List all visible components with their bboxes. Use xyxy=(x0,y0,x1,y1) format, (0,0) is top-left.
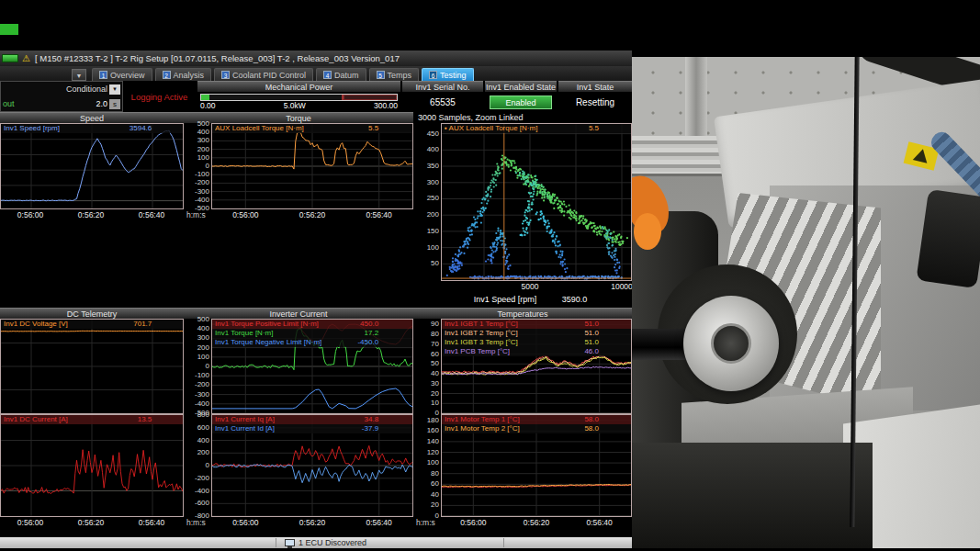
dc_v-legend[interactable]: Inv1 DC Voltage [V]701.7 xyxy=(1,320,183,329)
tab-coolant-pid-control[interactable]: 3Coolant PID Control xyxy=(214,68,313,81)
inv1-enabled-button[interactable]: Enabled xyxy=(490,96,551,109)
torque-legend[interactable]: AUX Loadcell Torque [N·m]5.5 xyxy=(212,124,412,133)
panel-temperatures: Temperatures 9080706050403020100Inv1 IGB… xyxy=(413,308,632,537)
tab-overview[interactable]: 1Overview xyxy=(92,68,152,81)
scatter-x-label-row: Inv1 Speed [rpm] 3590.0 xyxy=(413,294,632,308)
gauge-mid: 5.0kW xyxy=(284,101,306,110)
panel-speed-title: Speed xyxy=(0,112,184,123)
inv1-state-column: Inv1 State Resetting xyxy=(558,81,632,112)
photo-orange-glove xyxy=(634,213,661,250)
conditional-widget: Conditional ▼ out 2.0 s xyxy=(0,81,123,112)
inv1-enabled-label: Inv1 Enabled State xyxy=(485,81,557,92)
panel-inverter-current: Inverter Current 5004003002001000-100-20… xyxy=(184,308,413,537)
dc-current-chart[interactable]: Inv1 DC Current [A]13.5 xyxy=(0,414,184,517)
inv_t-legend[interactable]: Inv1 Torque Positive Limit [N·m]450.0Inv… xyxy=(212,320,412,347)
panel-scatter: 3000 Samples, Zoom Linked 45040035030025… xyxy=(413,112,632,308)
gauge-max: 300.00 xyxy=(374,101,398,110)
temp_l-y-axis: 180160140120100806040200 xyxy=(413,414,441,517)
titlebar-green-indicator xyxy=(2,54,18,62)
tab-icon: 1 xyxy=(99,71,107,79)
scatter-legend[interactable]: ▪ AUX Loadcell Torque [N·m]5.5 xyxy=(442,124,631,133)
screen: ⚠ [ M150 #12333 T-2 ] T-2 Rig Setup [01.… xyxy=(0,0,980,551)
tab-datum[interactable]: 4Datum xyxy=(316,68,366,81)
photo-under-table-shadow xyxy=(632,443,873,548)
conditional-label: Conditional xyxy=(66,84,107,94)
scatter-x-label: Inv1 Speed [rpm] xyxy=(474,295,537,304)
gauge-fill xyxy=(201,95,209,100)
torque-x-axis: 0:56:000:56:200:56:40h:m:s xyxy=(184,209,413,222)
temp_u-legend[interactable]: Inv1 IGBT 1 Temp [°C]51.0Inv1 IGBT 2 Tem… xyxy=(442,320,631,356)
igbt-temps-chart[interactable]: 9080706050403020100Inv1 IGBT 1 Temp [°C]… xyxy=(413,319,632,414)
tab-analysis[interactable]: 2Analysis xyxy=(155,68,212,81)
mechanical-power-widget: Mechanical Power 0.00 5.0kW 300.00 xyxy=(197,81,402,112)
inv1-serial-column: Inv1 Serial No. 65535 xyxy=(402,81,485,112)
status-separator xyxy=(503,538,504,547)
warning-icon: ⚠ xyxy=(22,53,30,63)
temp_l-legend[interactable]: Inv1 Motor Temp 1 [°C]58.0Inv1 Motor Tem… xyxy=(442,415,631,433)
inverter-x-axis: 0:56:000:56:200:56:40h:m:s xyxy=(184,517,413,530)
scatter-cursor-value: 3590.0 xyxy=(562,295,588,304)
ecu-icon xyxy=(285,539,295,546)
panel-temps-title: Temperatures xyxy=(413,308,632,319)
inv1-enabled-column: Inv1 Enabled State Enabled xyxy=(485,81,558,112)
tab-icon: 2 xyxy=(163,71,171,79)
dc-x-axis: 0:56:000:56:200:56:40 xyxy=(0,517,184,530)
gauge-min: 0.00 xyxy=(200,101,216,110)
conditional-partial-label: out xyxy=(3,99,94,108)
scatter-x-axis: 500010000 xyxy=(413,281,632,294)
temp_u-y-axis: 9080706050403020100 xyxy=(413,319,441,414)
tab-overflow-dropdown[interactable]: ▼ xyxy=(72,69,86,81)
panel-torque: Torque 5004003002001000-100-200-300-400-… xyxy=(184,112,413,308)
inverter-torque-chart[interactable]: 5004003002001000-100-200-300-400-500Inv1… xyxy=(184,319,413,414)
photo-hub-center xyxy=(711,323,751,364)
panel-torque-title: Torque xyxy=(184,112,413,123)
speed-chart[interactable]: Inv1 Speed [rpm]3594.6 xyxy=(0,123,184,209)
mechanical-power-title: Mechanical Power xyxy=(197,81,400,92)
panel-dc-telemetry: DC Telemetry Inv1 DC Voltage [V]701.7 In… xyxy=(0,308,184,537)
inv_t-y-axis: 5004003002001000-100-200-300-400-500 xyxy=(184,319,211,414)
inv1-serial-value: 65535 xyxy=(402,92,483,112)
window-title: [ M150 #12333 T-2 ] T-2 Rig Setup [01.07… xyxy=(35,53,400,63)
mechanical-power-gauge xyxy=(200,94,398,101)
header-row: Conditional ▼ out 2.0 s Logging Active M… xyxy=(0,81,632,112)
inverter-current-chart[interactable]: 8006004002000-200-400-600-800Inv1 Curren… xyxy=(184,414,413,517)
scatter-y-axis: 45040035030025020015010050 xyxy=(413,123,441,281)
tab-bar: ▼ 1Overview2Analysis3Coolant PID Control… xyxy=(0,66,632,81)
conditional-dropdown-icon[interactable]: ▼ xyxy=(109,84,120,95)
speed-legend[interactable]: Inv1 Speed [rpm]3594.6 xyxy=(1,124,183,133)
dc-voltage-chart[interactable]: Inv1 DC Voltage [V]701.7 xyxy=(0,319,184,414)
panel-speed: Speed Inv1 Speed [rpm]3594.6 0:56:000:56… xyxy=(0,112,184,308)
inv_i-legend[interactable]: Inv1 Current Iq [A]34.8Inv1 Current Id [… xyxy=(212,415,412,433)
speed-x-axis: 0:56:000:56:200:56:40 xyxy=(0,209,184,222)
gauge-red-zone xyxy=(342,95,397,100)
window-titlebar: ⚠ [ M150 #12333 T-2 ] T-2 Rig Setup [01.… xyxy=(0,51,632,66)
conditional-unit: s xyxy=(109,99,120,109)
panel-dc-title: DC Telemetry xyxy=(0,308,184,319)
dc_i-legend[interactable]: Inv1 DC Current [A]13.5 xyxy=(1,415,183,424)
tab-icon: 6 xyxy=(429,71,437,79)
panel-inverter-title: Inverter Current xyxy=(184,308,413,319)
tab-testing[interactable]: 6Testing xyxy=(422,68,474,81)
camera-view-test-rig xyxy=(632,57,980,548)
inv1-state-label: Inv1 State xyxy=(558,81,632,92)
rig-app-window: ⚠ [ M150 #12333 T-2 ] T-2 Rig Setup [01.… xyxy=(0,51,632,548)
tab-icon: 3 xyxy=(221,71,230,79)
torque-y-axis: 5004003002001000-100-200-300-400-500 xyxy=(184,123,211,209)
overlay-green-indicator xyxy=(0,24,18,35)
temps-x-axis: 0:56:000:56:200:56:40h:m:s xyxy=(413,517,632,530)
status-separator xyxy=(276,538,276,547)
tab-temps[interactable]: 5Temps xyxy=(369,68,420,81)
ecu-status-text: 1 ECU Discovered xyxy=(299,538,366,547)
status-bar: 1 ECU Discovered xyxy=(0,537,632,548)
torque-speed-scatter-chart[interactable]: 45040035030025020015010050▪ AUX Loadcell… xyxy=(413,123,632,281)
conditional-value[interactable]: 2.0 xyxy=(96,99,107,108)
photo-shaft xyxy=(632,329,689,360)
inv1-state-value: Resetting xyxy=(558,92,632,112)
logging-status: Logging Active xyxy=(123,81,197,112)
tab-icon: 4 xyxy=(323,71,332,79)
tab-icon: 5 xyxy=(377,71,385,79)
torque-chart[interactable]: 5004003002001000-100-200-300-400-500AUX … xyxy=(184,123,413,209)
motor-temps-chart[interactable]: 180160140120100806040200Inv1 Motor Temp … xyxy=(413,414,632,517)
inv1-serial-label: Inv1 Serial No. xyxy=(402,81,483,92)
panel-scatter-title: 3000 Samples, Zoom Linked xyxy=(413,112,632,123)
